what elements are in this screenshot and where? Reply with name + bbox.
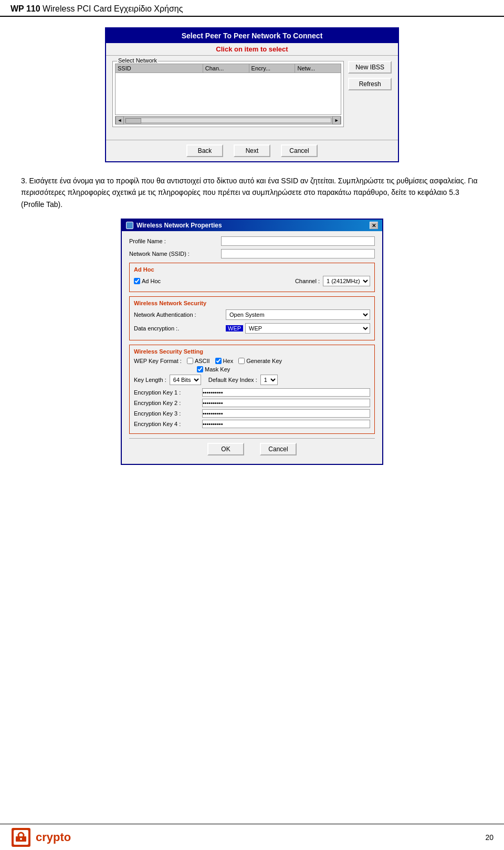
profile-name-label: Profile Name : (129, 238, 221, 244)
hex-checkbox-item: Hex (215, 358, 234, 364)
adhoc-checkbox-item: Ad Hoc (134, 278, 161, 284)
header-title-rest: Wireless PCI Card Εγχειρίδιο Χρήσης (40, 4, 183, 13)
network-name-row: Network Name (SSID) : (129, 249, 375, 258)
col-encry-header: Encry... (249, 64, 296, 72)
encryption-select-wrapper: WEP WEP (226, 323, 370, 334)
new-ibss-button[interactable]: New IBSS (348, 61, 392, 74)
dialog1-title: Select Peer To Peer Network To Connect (106, 28, 398, 43)
profile-name-input[interactable] (221, 236, 375, 246)
wep-value: WEP (226, 325, 243, 331)
footer-page-number: 20 (485, 833, 494, 842)
mask-key-row: Mask Key (197, 366, 370, 372)
network-group: Select Network SSID Chan... Encry... Net… (112, 61, 344, 127)
dialog2-title-icon (126, 222, 133, 229)
key-length-select[interactable]: 64 Bits (170, 375, 201, 385)
scroll-track[interactable] (125, 118, 331, 123)
hex-checkbox[interactable] (215, 358, 222, 364)
profile-name-row: Profile Name : (129, 236, 375, 246)
adhoc-section-title: Ad Hoc (134, 266, 370, 273)
network-table-body[interactable] (115, 73, 341, 115)
channel-row: Channel : 1 (2412MHz) (163, 276, 370, 286)
dialog2-footer: OK Cancel (129, 438, 375, 459)
wep-key-format-row: WEP Key Format : ASCII Hex Generate Key (134, 358, 370, 364)
page-footer: crypto 20 (0, 824, 504, 850)
mask-key-checkbox-item: Mask Key (197, 366, 230, 372)
dialog2-title: Wireless Network Properties (136, 222, 222, 229)
scroll-left-arrow[interactable]: ◄ (116, 116, 124, 125)
dialog1-side-buttons: New IBSS Refresh (348, 61, 392, 90)
dialog2-close-button[interactable]: ✕ (370, 222, 378, 229)
channel-label: Channel : (295, 278, 320, 284)
refresh-button[interactable]: Refresh (348, 78, 392, 90)
enc-key2-label: Encryption Key 2 : (134, 400, 202, 406)
ascii-checkbox-item: ASCII (187, 358, 210, 364)
default-key-index-select[interactable]: 1 (260, 375, 278, 385)
enc-key1-row: Encryption Key 1 : (134, 388, 370, 397)
network-name-label: Network Name (SSID) : (129, 251, 221, 257)
enc-key2-row: Encryption Key 2 : (134, 399, 370, 407)
dialog1-subtitle: Click on item to select (106, 43, 398, 56)
security-section-title: Wireless Network Security (134, 300, 370, 306)
dialog1-left: Select Network SSID Chan... Encry... Net… (112, 61, 344, 131)
encryption-row: Data encryption :. WEP WEP (134, 323, 370, 334)
footer-logo-text: crypto (36, 831, 71, 844)
back-button[interactable]: Back (186, 144, 223, 157)
horizontal-scrollbar[interactable]: ◄ ► (115, 116, 341, 125)
channel-select[interactable]: 1 (2412MHz) (323, 276, 370, 286)
generate-key-label: Generate Key (246, 358, 282, 364)
next-button[interactable]: Next (234, 144, 270, 157)
enc-key1-input[interactable] (202, 388, 370, 397)
wss-section-title: Wireless Security Setting (134, 348, 370, 355)
enc-key4-label: Encryption Key 4 : (134, 421, 202, 427)
auth-select[interactable]: Open System (226, 309, 370, 320)
scroll-thumb[interactable] (125, 118, 141, 123)
enc-key4-input[interactable] (202, 420, 370, 428)
mask-key-label: Mask Key (205, 366, 230, 372)
enc-key4-row: Encryption Key 4 : (134, 420, 370, 428)
wss-section: Wireless Security Setting WEP Key Format… (129, 345, 375, 434)
paragraph1-text: 3. Εισάγετε ένα όνομα για το προφίλ που … (21, 175, 483, 210)
generate-key-checkbox[interactable] (238, 358, 245, 364)
wep-key-format-label: WEP Key Format : (134, 358, 182, 364)
key-length-label: Key Length : (134, 377, 166, 383)
dialog2-titlebar-left: Wireless Network Properties (126, 222, 222, 229)
generate-key-checkbox-item: Generate Key (238, 358, 282, 364)
scroll-right-arrow[interactable]: ► (332, 116, 341, 125)
text-paragraph1: 3. Εισάγετε ένα όνομα για το προφίλ που … (21, 175, 483, 210)
col-chan-header: Chan... (203, 64, 249, 72)
enc-key3-input[interactable] (202, 409, 370, 418)
security-section: Wireless Network Security Network Authen… (129, 296, 375, 340)
adhoc-section: Ad Hoc Ad Hoc Channel : 1 (2412MHz) (129, 263, 375, 292)
enc-key2-input[interactable] (202, 399, 370, 407)
footer-logo: crypto (10, 827, 71, 848)
page-header: WP 110 Wireless PCI Card Εγχειρίδιο Χρήσ… (0, 0, 504, 17)
adhoc-checkbox[interactable] (134, 278, 140, 284)
auth-row: Network Authentication : Open System (134, 309, 370, 320)
dialog2-container: Wireless Network Properties ✕ Profile Na… (21, 219, 483, 465)
col-ssid-header: SSID (116, 64, 203, 72)
mask-key-checkbox[interactable] (197, 366, 203, 372)
default-key-index-label: Default Key Index : (208, 377, 257, 383)
encryption-label: Data encryption :. (134, 325, 226, 331)
dialog1-main-row: Select Network SSID Chan... Encry... Net… (112, 61, 392, 131)
adhoc-checkbox-label: Ad Hoc (142, 278, 161, 284)
enc-key3-label: Encryption Key 3 : (134, 410, 202, 417)
network-name-input[interactable] (221, 249, 375, 258)
auth-label: Network Authentication : (134, 312, 226, 318)
encryption-select[interactable]: WEP (245, 323, 370, 334)
enc-key1-label: Encryption Key 1 : (134, 389, 202, 396)
dialog2-ok-button[interactable]: OK (207, 443, 244, 455)
dialog2: Wireless Network Properties ✕ Profile Na… (121, 219, 383, 465)
ascii-checkbox[interactable] (187, 358, 193, 364)
dialog1-container: Select Peer To Peer Network To Connect C… (21, 27, 483, 162)
cancel-button[interactable]: Cancel (281, 144, 318, 157)
network-group-label: Select Network (117, 57, 158, 64)
key-length-row: Key Length : 64 Bits Default Key Index :… (134, 375, 370, 385)
dialog1-body: Select Network SSID Chan... Encry... Net… (106, 56, 398, 137)
dialog2-cancel-button[interactable]: Cancel (260, 443, 297, 455)
header-title-bold: WP 110 (10, 4, 40, 13)
dialog2-body: Profile Name : Network Name (SSID) : Ad … (122, 231, 382, 464)
network-table-header: SSID Chan... Encry... Netw... (115, 64, 341, 73)
dialog2-titlebar: Wireless Network Properties ✕ (122, 220, 382, 231)
adhoc-row: Ad Hoc Channel : 1 (2412MHz) (134, 276, 370, 286)
